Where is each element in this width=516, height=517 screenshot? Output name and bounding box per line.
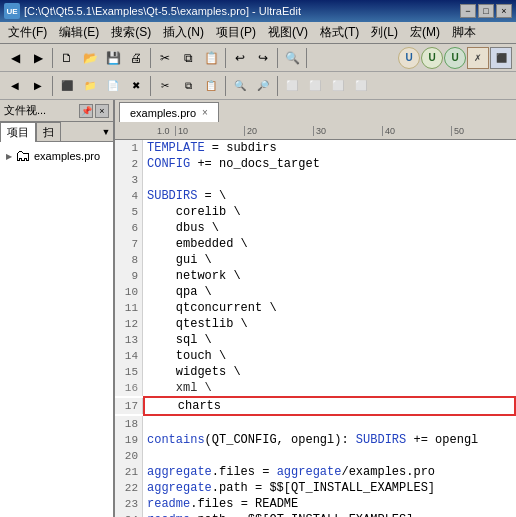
tb-open-btn[interactable]: 📂: [79, 47, 101, 69]
tb-find-btn[interactable]: 🔍: [281, 47, 303, 69]
tb2-btn11[interactable]: 🔎: [252, 75, 274, 97]
menu-item-搜索(S)[interactable]: 搜索(S): [105, 22, 157, 43]
maximize-button[interactable]: □: [478, 4, 494, 18]
tb-back-btn[interactable]: ◀: [4, 47, 26, 69]
editor-tab-label: examples.pro: [130, 107, 196, 119]
tab-spacer: [61, 122, 99, 142]
panel-close-btn[interactable]: ×: [95, 104, 109, 118]
tb2-btn3[interactable]: ⬛: [56, 75, 78, 97]
line-number-1: 1: [115, 140, 143, 156]
line-content-12: qtestlib \: [143, 316, 516, 332]
tb-icon-4[interactable]: ✗: [467, 47, 489, 69]
tab-scan[interactable]: 扫: [36, 122, 61, 142]
code-line-22: 22aggregate.path = $$[QT_INSTALL_EXAMPLE…: [115, 480, 516, 496]
line-content-19: contains(QT_CONFIG, opengl): SUBDIRS += …: [143, 432, 516, 448]
tb-save-btn[interactable]: 💾: [102, 47, 124, 69]
line-content-8: gui \: [143, 252, 516, 268]
line-number-2: 2: [115, 156, 143, 172]
code-line-9: 9 network \: [115, 268, 516, 284]
line-number-16: 16: [115, 380, 143, 396]
left-panel-header: 文件视... 📌 ×: [0, 100, 113, 122]
line-content-14: touch \: [143, 348, 516, 364]
menu-item-格式(T)[interactable]: 格式(T): [314, 22, 365, 43]
tb-sep-4: [277, 48, 278, 68]
tb-copy-btn[interactable]: ⧉: [177, 47, 199, 69]
tab-project[interactable]: 项目: [0, 122, 36, 142]
menu-item-列(L)[interactable]: 列(L): [365, 22, 404, 43]
code-line-10: 10 qpa \: [115, 284, 516, 300]
code-line-17: 17 charts: [115, 396, 516, 416]
tb-icon-2[interactable]: U: [421, 47, 443, 69]
line-number-17: 17: [115, 398, 143, 414]
tb2-btn4[interactable]: 📁: [79, 75, 101, 97]
menu-item-插入(N)[interactable]: 插入(N): [157, 22, 210, 43]
close-button[interactable]: ×: [496, 4, 512, 18]
minimize-button[interactable]: −: [460, 4, 476, 18]
tb-forward-btn[interactable]: ▶: [27, 47, 49, 69]
expand-arrow-icon: ▶: [6, 152, 12, 161]
code-line-5: 5 corelib \: [115, 204, 516, 220]
project-item-examples[interactable]: ▶ 🗂 examples.pro: [4, 146, 109, 166]
line-content-6: dbus \: [143, 220, 516, 236]
menu-item-宏(M)[interactable]: 宏(M): [404, 22, 446, 43]
line-number-24: 24: [115, 512, 143, 517]
tb2-btn14[interactable]: ⬜: [327, 75, 349, 97]
panel-pin-btn[interactable]: 📌: [79, 104, 93, 118]
tb2-btn1[interactable]: ◀: [4, 75, 26, 97]
tb2-btn12[interactable]: ⬜: [281, 75, 303, 97]
tb2-btn6[interactable]: ✖: [125, 75, 147, 97]
menu-item-编辑(E)[interactable]: 编辑(E): [53, 22, 105, 43]
line-number-13: 13: [115, 332, 143, 348]
line-number-21: 21: [115, 464, 143, 480]
tb-sep-3: [225, 48, 226, 68]
tb-paste-btn[interactable]: 📋: [200, 47, 222, 69]
code-line-3: 3: [115, 172, 516, 188]
line-number-12: 12: [115, 316, 143, 332]
tb2-btn10[interactable]: 🔍: [229, 75, 251, 97]
tb-sep-1: [52, 48, 53, 68]
line-content-1: TEMPLATE = subdirs: [143, 140, 516, 156]
tb2-btn13[interactable]: ⬜: [304, 75, 326, 97]
menu-item-文件(F)[interactable]: 文件(F): [2, 22, 53, 43]
tb2-btn5[interactable]: 📄: [102, 75, 124, 97]
code-line-16: 16 xml \: [115, 380, 516, 396]
title-bar: UE [C:\Qt\Qt5.5.1\Examples\Qt-5.5\exampl…: [0, 0, 516, 22]
tb2-btn8[interactable]: ⧉: [177, 75, 199, 97]
tb-undo-btn[interactable]: ↩: [229, 47, 251, 69]
menu-item-视图(V)[interactable]: 视图(V): [262, 22, 314, 43]
tb2-btn2[interactable]: ▶: [27, 75, 49, 97]
code-line-23: 23readme.files = README: [115, 496, 516, 512]
tb2-btn9[interactable]: 📋: [200, 75, 222, 97]
tb-print-btn[interactable]: 🖨: [125, 47, 147, 69]
tb-icon-3[interactable]: U: [444, 47, 466, 69]
tb2-sep-4: [277, 76, 278, 96]
menu-item-项目(P)[interactable]: 项目(P): [210, 22, 262, 43]
tb-new-btn[interactable]: 🗋: [56, 47, 78, 69]
left-panel-arrow[interactable]: ▼: [99, 122, 113, 142]
tb-sep-2: [150, 48, 151, 68]
code-editor[interactable]: 1TEMPLATE = subdirs2CONFIG += no_docs_ta…: [115, 140, 516, 517]
code-line-13: 13 sql \: [115, 332, 516, 348]
line-content-10: qpa \: [143, 284, 516, 300]
tb-icon-5[interactable]: ⬛: [490, 47, 512, 69]
tab-close-btn[interactable]: ×: [202, 107, 208, 118]
folder-icon: 🗂: [15, 147, 31, 165]
app-icon: UE: [4, 3, 20, 19]
code-line-4: 4SUBDIRS = \: [115, 188, 516, 204]
editor-tab-examples[interactable]: examples.pro ×: [119, 102, 219, 122]
line-number-22: 22: [115, 480, 143, 496]
left-tabs: 项目 扫 ▼: [0, 122, 113, 142]
tb-icon-1[interactable]: U: [398, 47, 420, 69]
code-line-20: 20: [115, 448, 516, 464]
line-number-18: 18: [115, 416, 143, 432]
tb-sep-5: [306, 48, 307, 68]
line-content-13: sql \: [143, 332, 516, 348]
tb-redo-btn[interactable]: ↪: [252, 47, 274, 69]
tb2-btn7[interactable]: ✂: [154, 75, 176, 97]
ruler-mark-40: 40: [383, 126, 423, 136]
ruler-mark-1: 1.0: [155, 126, 175, 136]
window-controls: − □ ×: [460, 4, 512, 18]
menu-item-脚本[interactable]: 脚本: [446, 22, 482, 43]
tb2-btn15[interactable]: ⬜: [350, 75, 372, 97]
tb-cut-btn[interactable]: ✂: [154, 47, 176, 69]
